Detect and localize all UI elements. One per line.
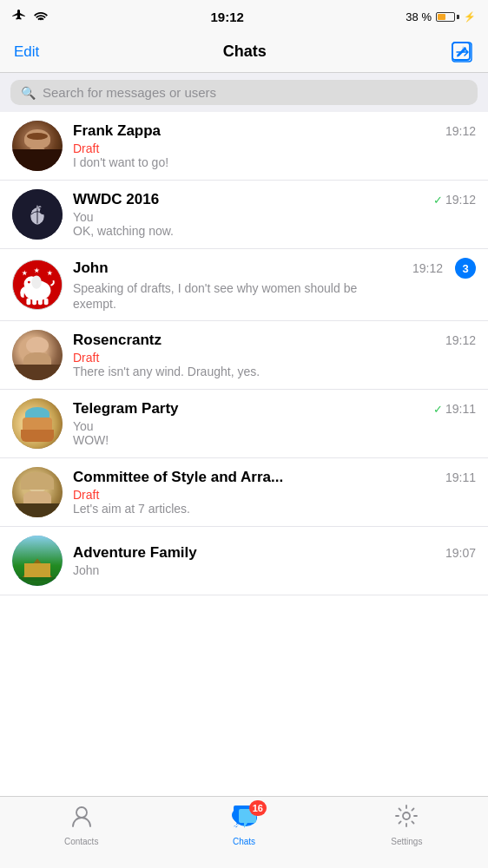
chat-preview-frank-zappa: I don't want to go! — [73, 155, 394, 169]
avatar-telegram-party — [12, 398, 63, 449]
chats-badge: 16 — [249, 800, 267, 816]
chat-time-committee: 19:11 — [445, 470, 476, 484]
chat-item-wwdc[interactable]: WWDC 2016 ✓ 19:12 You OK, watching now. — [0, 181, 488, 249]
chat-name-john: John — [73, 260, 109, 277]
compose-button[interactable] — [450, 40, 474, 64]
svg-rect-16 — [32, 299, 36, 306]
chat-time-john: 19:12 — [412, 261, 443, 275]
tab-settings[interactable]: Settings — [326, 804, 488, 846]
avatar-committee — [12, 467, 63, 517]
search-placeholder: Search for messages or users — [43, 85, 216, 100]
chat-sender-adventure: John — [73, 563, 476, 577]
tab-chats[interactable]: 16 Chats — [162, 804, 325, 846]
svg-text:★: ★ — [34, 267, 40, 273]
avatar-john: ★ ★ ★ — [12, 260, 63, 310]
svg-point-14 — [28, 281, 30, 284]
chat-item-adventure-family[interactable]: Adventure Family 19:07 John — [0, 527, 488, 595]
unread-badge-john: 3 — [455, 258, 476, 279]
person-icon — [69, 804, 94, 834]
svg-point-23 — [403, 812, 410, 819]
chat-time-wwdc: ✓ 19:12 — [433, 193, 476, 207]
chat-item-john[interactable]: ★ ★ ★ — [0, 249, 488, 321]
draft-label-frank-zappa: Draft — [73, 141, 99, 155]
chat-time-telegram-party: ✓ 19:11 — [433, 402, 476, 416]
svg-rect-17 — [38, 299, 43, 306]
chat-sender-wwdc: You — [73, 210, 476, 224]
chat-name-frank-zappa: Frank Zappa — [73, 122, 161, 140]
chat-content-frank-zappa: Frank Zappa 19:12 Draft I don't want to … — [73, 122, 476, 169]
chat-content-adventure-family: Adventure Family 19:07 John — [73, 544, 476, 577]
compose-icon-draw — [450, 40, 474, 64]
tab-label-chats: Chats — [233, 837, 255, 846]
avatar-rosencrantz — [12, 330, 63, 380]
avatar-wwdc — [12, 189, 63, 240]
chat-content-committee: Committee of Style and Arra... 19:11 Dra… — [73, 469, 476, 516]
chat-preview-rosencrantz: There isn't any wind. Draught, yes. — [73, 365, 394, 378]
chat-time-rosencrantz: 19:12 — [445, 333, 476, 347]
checkmark-wwdc: ✓ — [433, 194, 443, 207]
tab-label-contacts: Contacts — [64, 837, 98, 846]
chat-time-frank-zappa: 19:12 — [445, 124, 476, 138]
airplane-icon — [12, 10, 26, 23]
chat-item-committee[interactable]: Committee of Style and Arra... 19:11 Dra… — [0, 458, 488, 527]
chat-list: Frank Zappa 19:12 Draft I don't want to … — [0, 112, 488, 595]
battery-percent: 38 % — [406, 10, 432, 23]
chat-preview-telegram: WOW! — [73, 433, 394, 447]
tab-contacts[interactable]: Contacts — [0, 804, 162, 846]
search-bar[interactable]: 🔍 Search for messages or users — [10, 80, 478, 105]
chat-preview-wwdc: OK, watching now. — [73, 224, 394, 238]
search-icon: 🔍 — [21, 86, 36, 100]
nav-title: Chats — [223, 43, 267, 61]
svg-text:★: ★ — [22, 271, 28, 277]
status-time: 19:12 — [210, 10, 243, 24]
draft-label-rosencrantz: Draft — [73, 351, 99, 365]
chat-sender-telegram: You — [73, 419, 476, 433]
chat-content-telegram-party: Telegram Party ✓ 19:11 You WOW! — [73, 400, 476, 447]
republican-elephant-icon: ★ ★ ★ — [13, 260, 62, 310]
chat-content-rosencrantz: Rosencrantz 19:12 Draft There isn't any … — [73, 332, 476, 378]
chat-name-committee: Committee of Style and Arra... — [73, 469, 283, 486]
status-left-icons — [12, 10, 49, 23]
chat-time-adventure-family: 19:07 — [445, 546, 476, 560]
chat-name-rosencrantz: Rosencrantz — [73, 332, 162, 349]
chat-item-rosencrantz[interactable]: Rosencrantz 19:12 Draft There isn't any … — [0, 321, 488, 390]
chat-item-telegram-party[interactable]: Telegram Party ✓ 19:11 You WOW! — [0, 390, 488, 458]
checkmark-telegram: ✓ — [433, 403, 443, 416]
edit-button[interactable]: Edit — [14, 43, 39, 61]
search-container: 🔍 Search for messages or users — [0, 73, 488, 112]
svg-point-6 — [40, 207, 47, 214]
avatar-adventure-family — [12, 536, 63, 586]
tab-label-settings: Settings — [391, 837, 422, 846]
chat-preview-john: Speaking of drafts, I don't see why wome… — [73, 280, 394, 312]
status-bar: 19:12 38 % ⚡ — [0, 0, 488, 31]
draft-label-committee: Draft — [73, 488, 99, 502]
chat-name-wwdc: WWDC 2016 — [73, 191, 159, 208]
wifi-icon — [33, 10, 49, 23]
chat-name-adventure-family: Adventure Family — [73, 544, 197, 562]
svg-point-19 — [76, 807, 87, 818]
svg-rect-18 — [44, 299, 49, 306]
svg-point-13 — [31, 276, 42, 289]
svg-rect-15 — [26, 299, 30, 306]
chat-name-telegram-party: Telegram Party — [73, 400, 179, 418]
lightning-icon: ⚡ — [464, 11, 476, 23]
svg-text:★: ★ — [47, 271, 53, 277]
chat-content-john: John 19:12 3 Speaking of drafts, I don't… — [73, 258, 476, 312]
chat-item-frank-zappa[interactable]: Frank Zappa 19:12 Draft I don't want to … — [0, 112, 488, 181]
chat-icon: 16 — [230, 804, 258, 834]
gear-icon — [394, 804, 419, 834]
battery-icon — [436, 12, 459, 22]
avatar-frank-zappa — [12, 121, 63, 171]
tab-bar: Contacts 16 Chats — [0, 796, 488, 868]
chat-preview-committee: Let's aim at 7 articles. — [73, 502, 394, 516]
chat-content-wwdc: WWDC 2016 ✓ 19:12 You OK, watching now. — [73, 191, 476, 238]
status-right: 38 % ⚡ — [406, 10, 476, 23]
nav-bar: Edit Chats — [0, 31, 488, 73]
